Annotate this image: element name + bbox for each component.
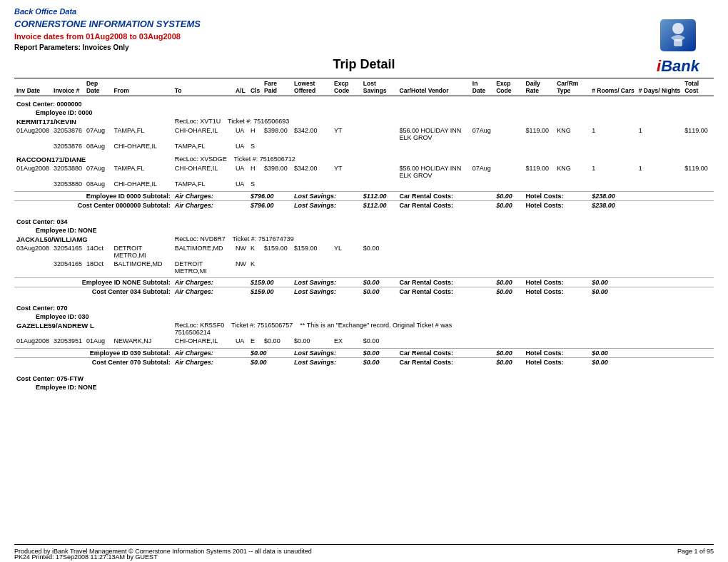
lost-savings-label: Lost Savings: — [292, 191, 361, 200]
cell-from: TAMPA,FL — [112, 164, 173, 180]
hotel-costs-value: $238.00 — [590, 191, 714, 200]
cell-lowest: $159.00 — [292, 244, 332, 260]
logo-area: iBank — [657, 18, 699, 76]
col-to: To — [173, 78, 233, 96]
cc-car-value: $0.00 — [494, 287, 523, 297]
cell-nights — [637, 244, 683, 260]
recloc-ticket: RecLoc: KR5SF0 Ticket #: 7516506757 ** T… — [173, 321, 470, 337]
employee-subtotal-row: Employee ID 030 Subtotal: Air Charges: $… — [14, 348, 714, 357]
col-cls: Cls — [248, 78, 262, 96]
table-row: 32054165 18Oct BALTIMORE,MD DETROIT METR… — [14, 260, 714, 275]
cc-air-value: $796.00 — [248, 200, 292, 210]
col-in-date: In Date — [470, 78, 494, 96]
footer-line2: PK24 Printed: 17Sep2008 11:27:13AM by GU… — [14, 553, 158, 561]
cell-daily: $119.00 — [524, 164, 555, 180]
cell-rooms — [590, 244, 637, 260]
cell-rooms — [590, 337, 637, 345]
car-rental-label: Car Rental Costs: — [398, 191, 495, 200]
cell-excp: EX — [332, 337, 361, 345]
table-row: 01Aug2008 32053951 01Aug NEWARK,NJ CHI-O… — [14, 337, 714, 345]
cell-al: UA — [233, 180, 248, 188]
cell-excp2 — [494, 180, 523, 188]
cell-in-date — [470, 244, 494, 260]
cc-hotel-value: $238.00 — [590, 200, 714, 210]
svg-point-1 — [672, 23, 684, 34]
cell-vendor — [398, 142, 470, 150]
cell-daily — [524, 337, 555, 345]
cell-type — [555, 142, 590, 150]
air-charges-label: Air Charges: — [173, 348, 248, 357]
cost-center-header: Cost Center: 034 — [14, 214, 714, 226]
cell-from: DETROIT METRO,MI — [112, 244, 173, 260]
col-fare-paid: Fare Paid — [262, 78, 292, 96]
lost-savings-value: $0.00 — [361, 278, 398, 287]
cell-daily: $119.00 — [524, 126, 555, 142]
cc-car-label: Car Rental Costs: — [398, 287, 495, 297]
cell-lost — [361, 180, 398, 188]
ibank-logo-text: iBank — [657, 57, 699, 76]
cell-inv-date — [14, 142, 51, 150]
col-al: A/L — [233, 78, 248, 96]
col-lowest: Lowest Offered — [292, 78, 332, 96]
cell-from: TAMPA,FL — [112, 126, 173, 142]
cell-lowest — [292, 260, 332, 275]
lost-savings-label: Lost Savings: — [292, 348, 361, 357]
cell-fare — [262, 260, 292, 275]
cost-center-header: Cost Center: 075-FTW — [14, 371, 714, 383]
cost-center-subtotal-row: Cost Center 034 Subtotal: Air Charges: $… — [14, 287, 714, 297]
cell-vendor — [398, 244, 470, 260]
cell-invoice: 32054165 — [51, 244, 84, 260]
cell-lowest — [292, 142, 332, 150]
cell-rooms — [590, 180, 637, 188]
cell-lost: $0.00 — [361, 244, 398, 260]
cell-in-date — [470, 260, 494, 275]
cell-inv-date: 03Aug2008 — [14, 244, 51, 260]
cc-car-label: Car Rental Costs: — [398, 357, 495, 367]
employee-id-header: Employee ID: NONE — [14, 383, 714, 392]
cell-lost — [361, 142, 398, 150]
cc-lost-label: Lost Savings: — [292, 357, 361, 367]
cell-dep-date: 01Aug — [84, 337, 111, 345]
col-total: Total Cost — [682, 78, 714, 96]
cell-inv-date — [14, 260, 51, 275]
cell-dep-date: 07Aug — [84, 126, 111, 142]
car-rental-value: $0.00 — [494, 278, 523, 287]
col-dep-date: Dep Date — [84, 78, 111, 96]
cell-in-date: 07Aug — [470, 164, 494, 180]
cell-daily — [524, 142, 555, 150]
main-report-table: Inv Date Invoice # Dep Date From To A/L … — [14, 78, 714, 396]
car-rental-label: Car Rental Costs: — [398, 278, 495, 287]
hotel-costs-label: Hotel Costs: — [524, 278, 590, 287]
cell-total: $119.00 — [682, 164, 714, 180]
employee-id-header: Employee ID: 0000 — [14, 108, 714, 117]
air-charges-value: $0.00 — [248, 348, 292, 357]
cell-excp2 — [494, 142, 523, 150]
cell-vendor: $56.00 HOLIDAY INN ELK GROV — [398, 164, 470, 180]
cell-excp2 — [494, 126, 523, 142]
lost-savings-value: $112.00 — [361, 191, 398, 200]
car-rental-value: $0.00 — [494, 191, 523, 200]
cell-vendor — [398, 180, 470, 188]
cell-daily — [524, 180, 555, 188]
employee-name: RACCOON171/DIANE — [14, 155, 173, 164]
cell-total — [682, 260, 714, 275]
cell-dep-date: 07Aug — [84, 164, 111, 180]
cell-from: CHI-OHARE,IL — [112, 142, 173, 150]
cell-lost — [361, 126, 398, 142]
cell-rooms — [590, 260, 637, 275]
cell-from: BALTIMORE,MD — [112, 260, 173, 275]
cell-total — [682, 244, 714, 260]
cell-fare — [262, 180, 292, 188]
cell-to: CHI-OHARE,IL — [173, 337, 233, 345]
col-excp2: Excp Code — [494, 78, 523, 96]
cell-rooms: 1 — [590, 164, 637, 180]
cell-type: KNG — [555, 126, 590, 142]
cc-lost-value: $112.00 — [361, 200, 398, 210]
cell-excp — [332, 260, 361, 275]
cc-car-value: $0.00 — [494, 357, 523, 367]
col-vendor: Car/Hotel Vendor — [398, 78, 470, 96]
cell-cls: E — [248, 337, 262, 345]
employee-id-header: Employee ID: 030 — [14, 312, 714, 321]
cc-car-value: $0.00 — [494, 200, 523, 210]
cell-vendor: $56.00 HOLIDAY INN ELK GROV — [398, 126, 470, 142]
